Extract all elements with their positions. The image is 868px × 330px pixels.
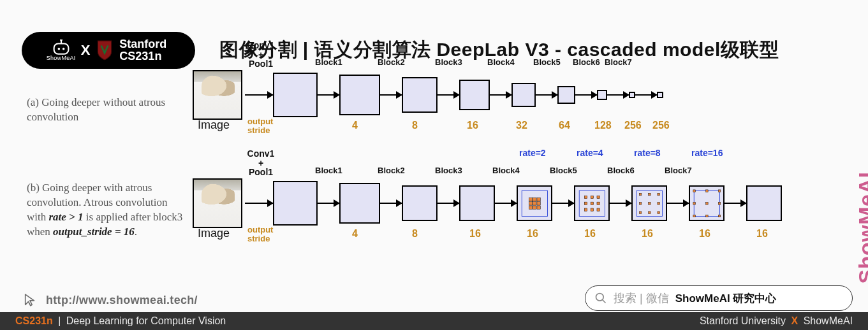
output-stride-value: 64 <box>559 120 570 131</box>
output-stride-value: 16 <box>756 228 768 240</box>
output-stride-label: outputstride <box>247 117 273 134</box>
arrow <box>552 203 574 204</box>
svg-rect-22 <box>584 208 587 211</box>
feature-box-7 <box>689 185 725 221</box>
output-stride-value: 16 <box>584 228 596 240</box>
svg-rect-6 <box>529 197 532 201</box>
arrow <box>438 94 459 96</box>
svg-rect-7 <box>533 197 536 201</box>
svg-rect-33 <box>648 212 651 214</box>
output-stride-value: 8 <box>412 228 418 240</box>
svg-rect-13 <box>533 206 536 209</box>
conv-pool-label: Conv1+Pool1 <box>245 149 277 177</box>
svg-rect-24 <box>597 208 600 211</box>
arrow-label-block6: Block6 <box>573 57 600 67</box>
feature-box-1 <box>339 183 380 224</box>
footer-brand: ShowMeAI <box>804 315 853 326</box>
svg-rect-28 <box>658 193 660 196</box>
feature-box-8 <box>657 92 663 98</box>
wechat-search-pill[interactable]: 搜索 | 微信 ShowMeAI 研究中心 <box>585 285 853 311</box>
arrow <box>635 94 657 96</box>
atrous-grid-icon <box>690 187 723 220</box>
footer-right: Stanford University X ShowMeAI <box>700 315 853 327</box>
caption-a: (a) Going deeper without atrous convolut… <box>27 96 183 125</box>
input-image <box>193 70 242 120</box>
footer-course: CS231n <box>15 315 53 326</box>
diagram-row-b: ImageConv1+Pool1Block1Block2Block3Block4… <box>193 178 849 277</box>
arrow <box>438 203 459 204</box>
badge-text: Stanford CS231n <box>119 38 166 62</box>
rate-label: rate=2 <box>519 148 546 158</box>
caption-a-prefix: (a) <box>27 96 39 108</box>
arrow-label-block4: Block4 <box>492 166 520 175</box>
svg-rect-17 <box>591 196 593 198</box>
svg-rect-36 <box>693 190 696 192</box>
arrow <box>380 203 402 204</box>
arrow <box>607 94 629 96</box>
output-stride-value: 16 <box>469 228 481 240</box>
input-image-label: Image <box>198 227 230 240</box>
feature-box-2 <box>402 185 438 221</box>
arrow <box>575 94 597 96</box>
arrow-label-block7: Block7 <box>605 57 632 67</box>
arrow-label-block2: Block2 <box>378 57 405 67</box>
caption-b-prefix: (b) <box>27 182 40 194</box>
svg-rect-44 <box>718 215 721 217</box>
arrow <box>667 203 689 204</box>
svg-rect-34 <box>658 212 660 214</box>
svg-line-46 <box>603 300 606 303</box>
caption-b-stride: output_stride = 16 <box>53 226 135 238</box>
output-stride-value: 16 <box>699 228 710 240</box>
svg-point-1 <box>61 39 62 40</box>
feature-box-4 <box>511 83 536 107</box>
arrow-label-block5: Block5 <box>533 57 561 67</box>
output-stride-label: outputstride <box>247 226 273 243</box>
search-account: ShowMeAI 研究中心 <box>675 291 777 306</box>
feature-box-4 <box>517 185 552 221</box>
svg-rect-18 <box>597 196 600 198</box>
svg-point-3 <box>57 48 60 50</box>
url-row: http://www.showmeai.tech/ <box>22 292 198 308</box>
svg-rect-43 <box>705 215 708 217</box>
rate-label: rate=4 <box>577 148 603 158</box>
site-url[interactable]: http://www.showmeai.tech/ <box>46 294 198 307</box>
svg-rect-14 <box>537 206 540 209</box>
svg-point-45 <box>596 294 604 301</box>
cursor-icon <box>22 292 38 308</box>
arrow <box>495 203 517 204</box>
arrow <box>725 203 746 204</box>
svg-rect-20 <box>591 202 593 204</box>
svg-rect-29 <box>639 202 642 204</box>
brand-name: ShowMeAI <box>47 55 76 61</box>
output-stride-value: 8 <box>412 120 418 131</box>
badge-course-code: CS231n <box>119 50 166 62</box>
svg-rect-19 <box>584 202 587 204</box>
footer-left: CS231n | Deep Learning for Computer Visi… <box>15 315 226 327</box>
arrow <box>245 94 273 96</box>
atrous-grid-icon <box>518 187 551 220</box>
footer-bar: CS231n | Deep Learning for Computer Visi… <box>0 312 868 330</box>
caption-a-body: Going deeper without atrous convolution <box>27 96 165 123</box>
atrous-grid-icon <box>575 187 608 220</box>
output-stride-value: 256 <box>652 120 670 131</box>
feature-box-0 <box>273 181 318 226</box>
svg-rect-37 <box>705 190 708 192</box>
svg-point-4 <box>63 48 65 50</box>
arrow-label-block6: Block6 <box>607 166 635 175</box>
svg-rect-32 <box>639 212 642 214</box>
stanford-shield-icon <box>96 39 113 61</box>
arrow <box>380 94 402 96</box>
svg-rect-41 <box>718 202 721 204</box>
badge-times: X <box>81 42 91 59</box>
atrous-grid-icon <box>633 187 666 220</box>
feature-box-1 <box>339 75 380 115</box>
search-hint: 搜索 | 微信 <box>614 291 669 306</box>
arrow-label-block5: Block5 <box>550 166 577 175</box>
feature-box-3 <box>459 185 495 221</box>
arrow-label-block3: Block3 <box>435 57 462 67</box>
svg-rect-42 <box>693 215 696 217</box>
watermark: ShowMeAI <box>855 172 869 284</box>
feature-box-0 <box>273 73 318 117</box>
rate-label: rate=8 <box>634 148 661 158</box>
arrow-label-block4: Block4 <box>487 57 515 67</box>
